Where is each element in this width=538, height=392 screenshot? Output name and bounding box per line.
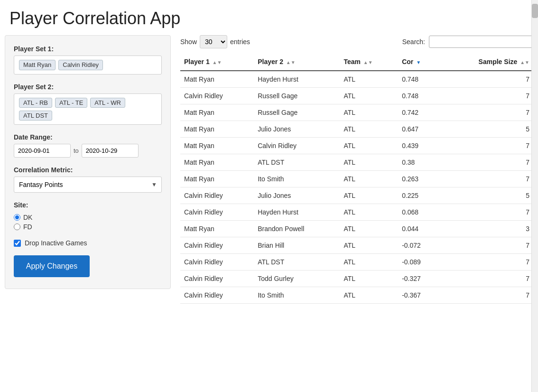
- cell-team-11: ATL: [340, 254, 398, 271]
- table-row: Matt RyanCalvin RidleyATL0.4397: [180, 138, 533, 154]
- player-set-1-label: Player Set 1:: [14, 45, 162, 53]
- table-row: Calvin RidleyIto SmithATL-0.3677: [180, 287, 533, 304]
- cell-sample_size-7: 5: [440, 187, 533, 204]
- correlation-metric-select[interactable]: Fantasy Points: [14, 177, 162, 193]
- cell-team-10: ATL: [340, 237, 398, 254]
- cell-team-0: ATL: [340, 71, 398, 88]
- table-controls: Show 10 25 30 50 100 entries Search:: [180, 35, 533, 48]
- sort-icon-cor: ▼: [416, 60, 421, 65]
- site-dk-label: DK: [23, 214, 32, 221]
- col-team[interactable]: Team ▲▼: [340, 53, 398, 71]
- cell-player2-11: ATL DST: [254, 254, 340, 271]
- apply-changes-button[interactable]: Apply Changes: [14, 255, 90, 277]
- table-header-row: Player 1 ▲▼ Player 2 ▲▼ Team ▲▼ Cor ▼: [180, 53, 533, 71]
- scrollbar-thumb[interactable]: [532, 4, 538, 18]
- site-fd-row: FD: [14, 223, 162, 231]
- cell-cor-2: 0.742: [398, 104, 440, 121]
- cell-player2-9: Brandon Powell: [254, 221, 340, 237]
- cell-cor-12: -0.327: [398, 271, 440, 287]
- cell-sample_size-9: 3: [440, 221, 533, 237]
- table-row: Calvin RidleyJulio JonesATL0.2255: [180, 187, 533, 204]
- player-set-2-tag-3: ATL DST: [19, 111, 52, 121]
- table-row: Matt RyanRussell GageATL0.7427: [180, 104, 533, 121]
- cell-player2-6: Ito Smith: [254, 171, 340, 187]
- cell-cor-8: 0.068: [398, 204, 440, 221]
- site-label: Site:: [14, 201, 162, 209]
- player-set-1-tag-0: Matt Ryan: [19, 60, 56, 70]
- cell-cor-6: 0.263: [398, 171, 440, 187]
- table-row: Matt RyanATL DSTATL0.387: [180, 154, 533, 171]
- scrollbar-track[interactable]: [531, 0, 538, 308]
- cell-cor-3: 0.647: [398, 121, 440, 138]
- cell-player1-7: Calvin Ridley: [180, 187, 254, 204]
- col-player2[interactable]: Player 2 ▲▼: [254, 53, 340, 71]
- show-entries-select[interactable]: 10 25 30 50 100: [200, 35, 227, 48]
- cell-cor-11: -0.089: [398, 254, 440, 271]
- table-body: Matt RyanHayden HurstATL0.7487Calvin Rid…: [180, 71, 533, 304]
- correlation-metric-label: Correlation Metric:: [14, 166, 162, 174]
- site-fd-radio[interactable]: [14, 224, 20, 230]
- right-panel: Show 10 25 30 50 100 entries Search:: [180, 35, 533, 304]
- cell-team-3: ATL: [340, 121, 398, 138]
- cell-sample_size-2: 7: [440, 104, 533, 121]
- cell-player2-13: Ito Smith: [254, 287, 340, 304]
- cell-cor-0: 0.748: [398, 71, 440, 88]
- cell-sample_size-11: 7: [440, 254, 533, 271]
- sort-icon-player1: ▲▼: [213, 60, 222, 65]
- table-row: Calvin RidleyTodd GurleyATL-0.3277: [180, 271, 533, 287]
- cell-player2-8: Hayden Hurst: [254, 204, 340, 221]
- search-row: Search:: [402, 36, 533, 48]
- cell-player2-2: Russell Gage: [254, 104, 340, 121]
- drop-inactive-label: Drop Inactive Games: [25, 239, 87, 247]
- correlation-metric-wrapper: Fantasy Points ▼: [14, 177, 162, 193]
- date-from-input[interactable]: [14, 144, 71, 158]
- cell-cor-1: 0.748: [398, 88, 440, 104]
- table-row: Matt RyanJulio JonesATL0.6475: [180, 121, 533, 138]
- site-fd-label: FD: [23, 223, 32, 231]
- player-set-2-box[interactable]: ATL - RB ATL - TE ATL - WR ATL DST: [14, 93, 162, 125]
- site-dk-radio[interactable]: [14, 214, 20, 221]
- entries-label: entries: [230, 38, 250, 46]
- cell-team-6: ATL: [340, 171, 398, 187]
- cell-cor-10: -0.072: [398, 237, 440, 254]
- cell-team-2: ATL: [340, 104, 398, 121]
- col-player1[interactable]: Player 1 ▲▼: [180, 53, 254, 71]
- date-to-separator: to: [74, 147, 79, 154]
- table-row: Matt RyanBrandon PowellATL0.0443: [180, 221, 533, 237]
- player-set-2-tag-0: ATL - RB: [19, 98, 52, 108]
- table-row: Calvin RidleyRussell GageATL0.7487: [180, 88, 533, 104]
- cell-player2-0: Hayden Hurst: [254, 71, 340, 88]
- cell-sample_size-5: 7: [440, 154, 533, 171]
- left-panel: Player Set 1: Matt Ryan Calvin Ridley Pl…: [5, 35, 171, 289]
- cell-player1-3: Matt Ryan: [180, 121, 254, 138]
- table-row: Calvin RidleyATL DSTATL-0.0897: [180, 254, 533, 271]
- cell-cor-13: -0.367: [398, 287, 440, 304]
- app-title: Player Correlation App: [0, 0, 538, 35]
- cell-player1-13: Calvin Ridley: [180, 287, 254, 304]
- player-set-2-section: Player Set 2: ATL - RB ATL - TE ATL - WR…: [14, 83, 162, 125]
- player-set-1-section: Player Set 1: Matt Ryan Calvin Ridley: [14, 45, 162, 75]
- player-set-2-label: Player Set 2:: [14, 83, 162, 91]
- search-input[interactable]: [429, 36, 533, 48]
- cell-player2-5: ATL DST: [254, 154, 340, 171]
- col-sample-size[interactable]: Sample Size ▲▼: [440, 53, 533, 71]
- player-set-1-tag-1: Calvin Ridley: [58, 60, 103, 70]
- drop-inactive-checkbox[interactable]: [14, 240, 21, 247]
- cell-player1-5: Matt Ryan: [180, 154, 254, 171]
- col-cor[interactable]: Cor ▼: [398, 53, 440, 71]
- date-to-input[interactable]: [82, 144, 139, 158]
- site-section: Site: DK FD: [14, 201, 162, 231]
- cell-sample_size-0: 7: [440, 71, 533, 88]
- sort-icon-sample-size: ▲▼: [520, 60, 529, 65]
- cell-sample_size-1: 7: [440, 88, 533, 104]
- cell-sample_size-6: 7: [440, 171, 533, 187]
- cell-player1-10: Calvin Ridley: [180, 237, 254, 254]
- search-label: Search:: [402, 38, 425, 46]
- cell-player1-2: Matt Ryan: [180, 104, 254, 121]
- player-set-1-box[interactable]: Matt Ryan Calvin Ridley: [14, 56, 162, 75]
- cell-player2-4: Calvin Ridley: [254, 138, 340, 154]
- date-range-label: Date Range:: [14, 133, 162, 141]
- player-set-2-tag-1: ATL - TE: [55, 98, 87, 108]
- cell-sample_size-4: 7: [440, 138, 533, 154]
- cell-player1-8: Calvin Ridley: [180, 204, 254, 221]
